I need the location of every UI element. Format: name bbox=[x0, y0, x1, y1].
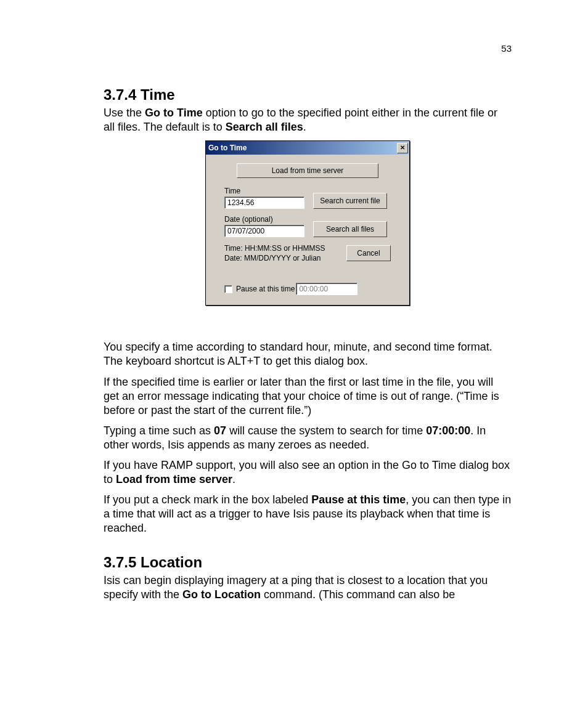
search-current-file-button[interactable]: Search current file bbox=[313, 193, 387, 209]
paragraph-ramp: If you have RAMP support, you will also … bbox=[104, 458, 512, 487]
cancel-button[interactable]: Cancel bbox=[346, 245, 391, 261]
paragraph-pause: If you put a check mark in the box label… bbox=[104, 493, 512, 535]
date-label: Date (optional) bbox=[224, 215, 304, 224]
text: If you put a check mark in the box label… bbox=[104, 493, 311, 506]
dialog-title: Go to Time bbox=[208, 144, 247, 152]
dialog-body: Load from time server Time 1234.56 Searc… bbox=[206, 155, 409, 305]
heading-location: 3.7.5 Location bbox=[104, 554, 512, 571]
pause-time-input[interactable]: 00:00:00 bbox=[296, 283, 357, 295]
pause-label: Pause at this time bbox=[236, 285, 295, 293]
paragraph-zeroes: Typing a time such as 07 will cause the … bbox=[104, 424, 512, 452]
hint-date-format: Date: MM/DD/YYYY or Julian bbox=[224, 254, 321, 262]
time-input[interactable]: 1234.56 bbox=[224, 197, 304, 209]
date-input[interactable]: 07/07/2000 bbox=[224, 225, 304, 237]
search-all-files-button[interactable]: Search all files bbox=[313, 221, 387, 237]
bold-load-from-time-server: Load from time server bbox=[116, 473, 232, 485]
date-row: Date (optional) 07/07/2000 Search all fi… bbox=[224, 215, 391, 237]
time-row: Time 1234.56 Search current file bbox=[224, 187, 391, 209]
text: . bbox=[232, 473, 235, 485]
paragraph-specify: You specify a time according to standard… bbox=[104, 340, 512, 368]
bold-go-to-location: Go to Location bbox=[182, 588, 261, 601]
text: . bbox=[303, 121, 306, 133]
bold-search-all-files: Search all files bbox=[226, 121, 303, 133]
pause-row: Pause at this time 00:00:00 bbox=[224, 283, 391, 295]
dialog-figure: Go to Time ✕ Load from time server Time … bbox=[104, 140, 512, 306]
go-to-time-dialog: Go to Time ✕ Load from time server Time … bbox=[205, 140, 410, 306]
paragraph-intro: Use the Go to Time option to go to the s… bbox=[104, 106, 512, 134]
paragraph-range-error: If the specified time is earlier or late… bbox=[104, 375, 512, 418]
time-label: Time bbox=[224, 187, 304, 195]
close-icon[interactable]: ✕ bbox=[397, 143, 408, 153]
pause-checkbox[interactable] bbox=[224, 285, 232, 293]
text: Use the bbox=[104, 107, 145, 119]
paragraph-location: Isis can begin displaying imagery at a p… bbox=[104, 574, 512, 602]
page-number: 53 bbox=[501, 43, 512, 54]
bold-go-to-time: Go to Time bbox=[145, 107, 203, 119]
text: will cause the system to search for time bbox=[226, 424, 426, 437]
hint-row: Time: HH:MM:SS or HHMMSS Date: MM/DD/YYY… bbox=[224, 243, 391, 263]
dialog-titlebar: Go to Time ✕ bbox=[206, 141, 409, 155]
bold-07: 07 bbox=[214, 424, 226, 437]
load-from-time-server-button[interactable]: Load from time server bbox=[237, 163, 378, 178]
format-hint: Time: HH:MM:SS or HHMMSS Date: MM/DD/YYY… bbox=[224, 243, 325, 263]
heading-time: 3.7.4 Time bbox=[104, 86, 512, 103]
text: Typing a time such as bbox=[104, 424, 214, 437]
bold-pause-at-this-time: Pause at this time bbox=[311, 493, 406, 506]
text: command. (This command can also be bbox=[261, 588, 455, 601]
hint-time-format: Time: HH:MM:SS or HHMMSS bbox=[224, 244, 325, 253]
bold-070000: 07:00:00 bbox=[426, 424, 470, 437]
